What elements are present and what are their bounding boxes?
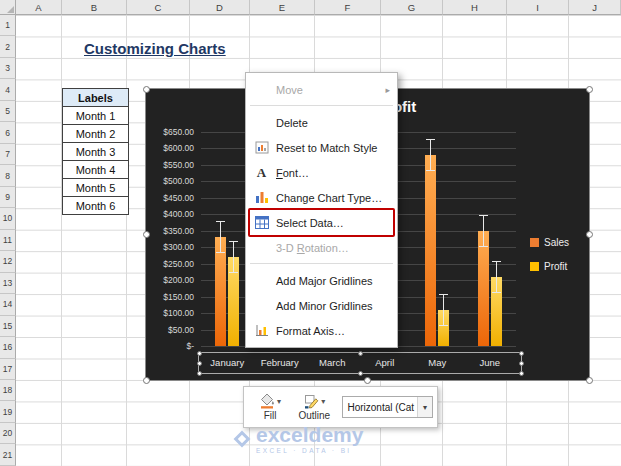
bar-sales-january[interactable] [215, 237, 226, 346]
legend-item-sales[interactable]: Sales [530, 237, 569, 248]
menu-item-label: 3-D Rotation… [276, 242, 349, 254]
row-header-12[interactable]: 12 [0, 251, 16, 272]
labels-table-cell[interactable]: Month 1 [62, 106, 129, 125]
menu-item-label: Select Data… [276, 217, 344, 229]
select-data-icon [252, 215, 271, 231]
chart-selection-handle[interactable] [586, 231, 593, 238]
fill-button[interactable]: ▾ Fill [248, 388, 292, 426]
labels-table-cell[interactable]: Month 2 [62, 124, 129, 143]
chart-selection-handle[interactable] [143, 86, 150, 93]
column-header-i[interactable]: I [507, 0, 569, 15]
excel-window: ABCDEFGHIJ 12345678910111213141516171819… [0, 0, 621, 466]
row-header-15[interactable]: 15 [0, 316, 16, 337]
column-header-e[interactable]: E [250, 0, 315, 15]
row-header-5[interactable]: 5 [0, 101, 16, 122]
chart-selection-handle[interactable] [143, 231, 150, 238]
labels-table-cell[interactable]: Month 5 [62, 178, 129, 197]
menu-item-label: Move [276, 84, 303, 96]
row-header-18[interactable]: 18 [0, 380, 16, 401]
outline-button[interactable]: ▾ Outline [292, 388, 336, 426]
axis-selection-handle[interactable] [519, 371, 524, 376]
menu-item-delete[interactable]: Delete [247, 110, 396, 135]
sheet-heading[interactable]: Customizing Charts [84, 40, 226, 57]
chart-selection-handle[interactable] [143, 377, 150, 384]
menu-item-change-chart-type[interactable]: Change Chart Type… [247, 185, 396, 210]
y-axis-tick-label: $550.00 [146, 160, 194, 170]
menu-separator [250, 263, 393, 264]
legend-item-profit[interactable]: Profit [530, 261, 567, 272]
row-header-10[interactable]: 10 [0, 208, 16, 229]
column-header-h[interactable]: H [443, 0, 507, 15]
submenu-arrow-icon: ▸ [385, 85, 390, 95]
axis-selection-handle[interactable] [358, 371, 363, 376]
column-header-f[interactable]: F [315, 0, 381, 15]
axis-selection-handle[interactable] [519, 351, 524, 356]
column-header-a[interactable]: A [16, 0, 62, 15]
menu-item-font[interactable]: AFont… [247, 160, 396, 185]
bar-sales-june[interactable] [478, 231, 489, 347]
row-header-3[interactable]: 3 [0, 58, 16, 79]
labels-table-cell[interactable]: Month 3 [62, 142, 129, 161]
fill-dropdown-arrow-icon[interactable]: ▾ [277, 397, 281, 406]
menu-item-format-axis[interactable]: Format Axis… [247, 318, 396, 343]
chart-selection-handle[interactable] [586, 377, 593, 384]
column-header-b[interactable]: B [62, 0, 127, 15]
chart-selection-handle[interactable] [586, 86, 593, 93]
row-header-20[interactable]: 20 [0, 423, 16, 444]
menu-item-add-minor-gridlines[interactable]: Add Minor Gridlines [247, 293, 396, 318]
select-all-corner[interactable] [0, 0, 16, 15]
row-header-2[interactable]: 2 [0, 36, 16, 57]
legend-label: Profit [544, 261, 567, 272]
menu-item-label: Add Minor Gridlines [276, 300, 373, 312]
menu-item-reset-to-match-style[interactable]: Reset to Match Style [247, 135, 396, 160]
watermark: exceldemy EXCEL · DATA · BI [236, 424, 363, 454]
error-bar [479, 215, 488, 247]
menu-item-label: Reset to Match Style [276, 142, 378, 154]
labels-table-header-cell[interactable]: Labels [62, 88, 129, 107]
column-header-d[interactable]: D [190, 0, 250, 15]
menu-item-add-major-gridlines[interactable]: Add Major Gridlines [247, 268, 396, 293]
row-header-8[interactable]: 8 [0, 165, 16, 186]
labels-table-cell[interactable]: Month 4 [62, 160, 129, 179]
row-header-7[interactable]: 7 [0, 144, 16, 165]
blank-icon [252, 82, 271, 98]
column-header-j[interactable]: J [569, 0, 621, 15]
row-header-11[interactable]: 11 [0, 230, 16, 251]
row-header-6[interactable]: 6 [0, 122, 16, 143]
grid-vline [126, 15, 127, 466]
menu-item-select-data[interactable]: Select Data… [247, 210, 396, 235]
axis-selection-handle[interactable] [519, 361, 524, 366]
column-header-c[interactable]: C [127, 0, 190, 15]
row-header-16[interactable]: 16 [0, 337, 16, 358]
row-header-1[interactable]: 1 [0, 15, 16, 36]
chart-type-icon [252, 190, 271, 206]
row-header-9[interactable]: 9 [0, 187, 16, 208]
row-header-14[interactable]: 14 [0, 294, 16, 315]
row-header-13[interactable]: 13 [0, 273, 16, 294]
bar-sales-may[interactable] [425, 155, 436, 346]
outline-dropdown-arrow-icon[interactable]: ▾ [321, 397, 325, 406]
outline-pen-icon [303, 393, 319, 411]
menu-item-label: Add Major Gridlines [276, 275, 373, 287]
axis-selection-handle[interactable] [197, 351, 202, 356]
chart-element-dropdown[interactable]: Horizontal (Cat ▾ [342, 396, 433, 418]
chart-selection-handle[interactable] [364, 377, 371, 384]
axis-selection-handle[interactable] [197, 371, 202, 376]
row-header-17[interactable]: 17 [0, 359, 16, 380]
watermark-brand: exceldemy [256, 424, 363, 445]
axis-selection-handle[interactable] [358, 351, 363, 356]
blank-icon [252, 115, 271, 131]
row-header-19[interactable]: 19 [0, 401, 16, 422]
outline-icon-row: ▾ [303, 393, 325, 410]
labels-table: LabelsMonth 1Month 2Month 3Month 4Month … [62, 88, 129, 215]
row-header-21[interactable]: 21 [0, 444, 16, 465]
row-header-4[interactable]: 4 [0, 79, 16, 100]
axis-selection-handle[interactable] [197, 361, 202, 366]
column-header-g[interactable]: G [381, 0, 443, 15]
legend-swatch-sales [530, 238, 539, 247]
watermark-tagline: EXCEL · DATA · BI [256, 447, 363, 454]
combo-dropdown-arrow-icon[interactable]: ▾ [417, 397, 432, 417]
x-axis-selection-box[interactable] [198, 352, 522, 374]
y-axis-tick-label: $150.00 [146, 292, 194, 302]
labels-table-cell[interactable]: Month 6 [62, 196, 129, 215]
